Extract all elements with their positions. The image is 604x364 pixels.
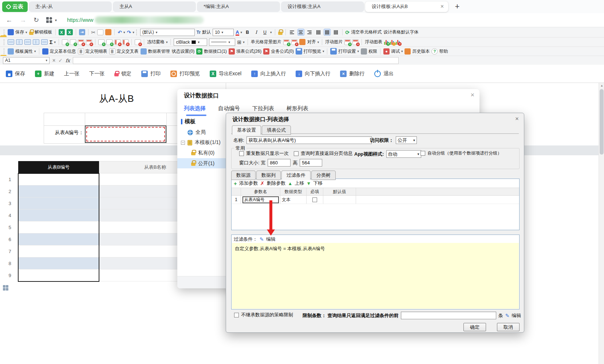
limit-edit-button[interactable]: 编辑 bbox=[512, 312, 521, 319]
cancel-button[interactable]: 取消 bbox=[497, 323, 520, 331]
access-select[interactable]: 公开 bbox=[396, 136, 417, 144]
apps-menu-caret-icon[interactable]: ▾ bbox=[55, 18, 57, 22]
data-table-manage-button[interactable]: 数据表管理 bbox=[141, 48, 170, 55]
table-header-col1[interactable]: 从表B编号 bbox=[18, 161, 99, 173]
bg-align-button[interactable]: 对齐▾ bbox=[307, 39, 319, 45]
template-properties-button[interactable]: 模板属性▾ bbox=[8, 48, 36, 55]
fill-formula-button[interactable]: ⚑填表公式(26) bbox=[229, 48, 261, 55]
autogroup-checkbox-row[interactable]: 自动分组（使用首个数据项进行分组） bbox=[421, 150, 502, 156]
remove-chart-icon[interactable] bbox=[396, 40, 400, 45]
copy-icon[interactable] bbox=[97, 29, 103, 35]
business-formula-button[interactable]: ⚑业务公式(0) bbox=[263, 48, 294, 55]
browser-tab-3[interactable]: *编辑:主从A bbox=[197, 1, 280, 12]
formula-input[interactable] bbox=[73, 57, 399, 64]
new-tab-button[interactable]: + bbox=[453, 2, 462, 11]
format-brush-icon[interactable] bbox=[105, 29, 111, 35]
tree-node-private[interactable]: 私有(0) bbox=[191, 150, 214, 156]
print-settings-button[interactable]: 打印设置▾ bbox=[330, 48, 359, 55]
vertical-scrollbar[interactable]: ▲ bbox=[599, 83, 604, 364]
row-number[interactable]: 9 bbox=[5, 269, 15, 281]
delete-row-icon[interactable] bbox=[78, 39, 84, 45]
forward-icon[interactable]: → bbox=[20, 16, 26, 24]
align-left-button[interactable] bbox=[289, 29, 296, 36]
fill-color-button[interactable]: ▾ bbox=[270, 31, 272, 34]
cell-reference-box[interactable]: A1▾ bbox=[3, 57, 50, 64]
vertical-align-bottom-button[interactable] bbox=[332, 29, 339, 36]
delete-rows-icon[interactable] bbox=[86, 39, 92, 45]
permissions-button[interactable]: 权限 bbox=[361, 48, 377, 55]
dup-checkbox-row[interactable]: 重复数据只显示一次 bbox=[239, 150, 289, 157]
align-center-button[interactable] bbox=[297, 29, 304, 36]
merge-columns-icon[interactable] bbox=[33, 39, 39, 45]
appview-select[interactable]: 自动 bbox=[386, 150, 421, 158]
browser-tab-1[interactable]: 主-从-从 bbox=[29, 1, 112, 12]
insert-column-left-icon[interactable] bbox=[98, 39, 104, 45]
dup-checkbox[interactable] bbox=[239, 151, 244, 156]
tab-list-select[interactable]: 列表选择 bbox=[184, 105, 206, 112]
default-table-font-button[interactable]: 设计表格默认字体 bbox=[383, 29, 418, 35]
cut-icon[interactable]: ✂ bbox=[91, 29, 96, 35]
add-float-image-icon[interactable] bbox=[344, 39, 351, 45]
scroll-up-icon[interactable]: ▲ bbox=[600, 84, 603, 87]
font-size-select[interactable]: 10 bbox=[213, 29, 234, 36]
underline-button[interactable]: U bbox=[261, 29, 268, 36]
insert-column-right-icon[interactable] bbox=[106, 39, 112, 45]
row-number[interactable]: 2 bbox=[5, 185, 15, 197]
cell-lock-icon[interactable] bbox=[278, 32, 283, 35]
action-delete-row-button[interactable]: ×删除行 bbox=[340, 71, 364, 77]
add-bg-image-icon[interactable] bbox=[283, 39, 289, 45]
remove-formula-icon[interactable] bbox=[135, 39, 141, 45]
autogroup-checkbox[interactable] bbox=[421, 151, 425, 156]
delete-columns-icon[interactable] bbox=[122, 39, 129, 45]
action-exit-button[interactable]: 退出 bbox=[374, 71, 394, 77]
action-lock-button[interactable]: 锁定 bbox=[114, 71, 131, 77]
move-up-button[interactable]: 上移 bbox=[295, 180, 304, 187]
define-basic-info-button[interactable]: 定义基本信息 bbox=[42, 48, 76, 55]
paging-checkbox-row[interactable]: 查询时直接返回分页信息 bbox=[294, 150, 353, 157]
tab-auto-number[interactable]: 自动编号 bbox=[218, 105, 240, 112]
help-button[interactable]: ?帮助 bbox=[431, 48, 448, 55]
borders-button[interactable]: ⊞▾ bbox=[237, 39, 244, 45]
name-input[interactable]: 获取从表B(从表A编号) bbox=[246, 136, 372, 144]
tab-category-tree[interactable]: 分类树 bbox=[311, 171, 336, 180]
row-number[interactable]: 6 bbox=[5, 233, 15, 245]
tree-node-public[interactable]: 公开(1) bbox=[191, 160, 214, 167]
row-number[interactable]: 4 bbox=[5, 209, 15, 221]
font-default-button[interactable]: Tr默认 bbox=[197, 29, 211, 35]
unlock-template-button[interactable]: 解锁模板 bbox=[29, 29, 52, 35]
tab-dropdown-list[interactable]: 下拉列表 bbox=[252, 105, 274, 112]
redo-button[interactable]: ↷▾ bbox=[127, 29, 134, 35]
tab-filter-conditions[interactable]: 过滤条件 bbox=[281, 171, 311, 180]
tree-node-global[interactable]: 全局 bbox=[187, 129, 206, 136]
add-chart-icon[interactable] bbox=[384, 40, 388, 45]
action-insert-row-below-button[interactable]: ↓向下插入行 bbox=[296, 71, 330, 77]
tab-basic-settings[interactable]: 基本设置 bbox=[232, 125, 261, 135]
autofit-icon[interactable] bbox=[41, 39, 48, 45]
browser-tab-4[interactable]: 设计模板:主从A bbox=[281, 1, 364, 12]
insert-row-above-icon[interactable] bbox=[62, 39, 68, 45]
scrollbar-thumb[interactable] bbox=[600, 89, 604, 155]
merge-across-icon[interactable] bbox=[16, 39, 23, 45]
action-export-excel-button[interactable]: X导出Excel bbox=[210, 71, 241, 77]
formula-cancel-icon[interactable]: × bbox=[52, 57, 55, 63]
app-logo-button[interactable]: 云表 bbox=[2, 1, 28, 12]
policy-checkbox[interactable] bbox=[234, 313, 239, 317]
delete-param-button[interactable]: 删除参数 bbox=[267, 180, 286, 187]
tab-data-columns[interactable]: 数据列 bbox=[256, 171, 281, 180]
italic-button[interactable]: I bbox=[253, 29, 260, 36]
sum-button[interactable]: Σ▾ bbox=[50, 39, 56, 45]
move-down-button[interactable]: 下移 bbox=[313, 180, 323, 187]
action-print-preview-button[interactable]: 打印预览 bbox=[170, 71, 200, 77]
collapse-icon[interactable]: − bbox=[181, 141, 185, 145]
window-height-input[interactable]: 564 bbox=[300, 159, 322, 167]
action-insert-row-above-button[interactable]: ↑向上插入行 bbox=[251, 71, 286, 77]
font-color-button[interactable]: A▾ bbox=[236, 29, 242, 35]
line-style-select[interactable] bbox=[209, 39, 235, 46]
edit-chart-icon[interactable] bbox=[390, 40, 394, 45]
data-interface-button[interactable]: ⟳数据接口(1) bbox=[196, 48, 227, 55]
tab-fill-formula[interactable]: 填表公式 bbox=[262, 125, 291, 135]
insert-row-below-icon[interactable] bbox=[70, 39, 76, 45]
close-icon[interactable]: × bbox=[515, 115, 519, 123]
merge-rows-icon[interactable] bbox=[24, 39, 31, 45]
window-width-input[interactable]: 860 bbox=[268, 159, 291, 167]
